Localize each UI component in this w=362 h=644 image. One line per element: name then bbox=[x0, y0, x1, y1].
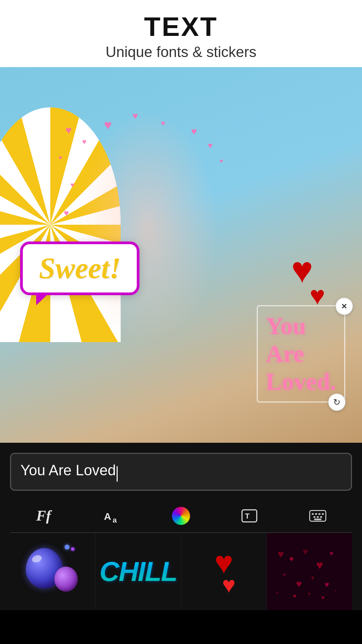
scatter-h2: ♥ bbox=[289, 555, 294, 564]
scatter-h12: ♥ bbox=[308, 591, 311, 597]
heart-deco-3: ♥ bbox=[59, 154, 62, 161]
scatter-h9: ♥ bbox=[324, 580, 329, 589]
balloon-dot-1 bbox=[65, 545, 69, 549]
svg-text:A: A bbox=[104, 511, 111, 522]
hearts-scatter-sticker-item[interactable]: ♥ ♥ ♥ ♥ ♥ ♥ ♥ ♥ ♥ ♥ ♥ ♥ ♥ ♥ bbox=[266, 533, 352, 610]
scatter-h4: ♥ bbox=[316, 558, 323, 572]
text-cursor bbox=[117, 466, 118, 482]
svg-rect-6 bbox=[312, 513, 314, 515]
scatter-h14: ♥ bbox=[335, 588, 337, 593]
balloon-dot-2 bbox=[71, 547, 74, 551]
rotate-overlay-button[interactable]: ↻ bbox=[328, 393, 346, 411]
svg-text:Ff: Ff bbox=[36, 507, 52, 524]
scatter-h6: ♥ bbox=[283, 572, 286, 579]
font-size-icon: A a bbox=[104, 507, 121, 525]
text-input-value: You Are Loved bbox=[20, 462, 116, 478]
scatter-h1: ♥ bbox=[278, 548, 284, 560]
svg-rect-10 bbox=[313, 516, 315, 518]
font-size-button[interactable]: A a bbox=[78, 507, 147, 525]
keyboard-button[interactable] bbox=[284, 507, 352, 525]
you-are-loved-text: YouAreLoved. bbox=[266, 312, 336, 395]
scatter-h3: ♥ bbox=[303, 546, 308, 557]
scatter-h7: ♥ bbox=[296, 578, 302, 590]
hearts-sticker-art: ♥ ♥ bbox=[212, 547, 235, 596]
bottom-panel: You Are Loved Ff A a T bbox=[0, 443, 362, 610]
svg-rect-12 bbox=[320, 516, 322, 518]
svg-rect-11 bbox=[317, 516, 319, 518]
svg-text:T: T bbox=[245, 512, 250, 520]
chill-sticker-item[interactable]: CHILL bbox=[95, 533, 181, 610]
sweet-sticker[interactable]: Sweet! bbox=[20, 241, 139, 295]
text-input-area[interactable]: You Are Loved bbox=[10, 453, 352, 491]
red-hearts-sticker-item[interactable]: ♥ ♥ bbox=[181, 533, 266, 610]
color-picker-button[interactable] bbox=[147, 507, 215, 525]
balloon-small-body bbox=[54, 567, 78, 592]
text-box-button[interactable]: T bbox=[215, 507, 284, 525]
balloon-sticker-art bbox=[26, 545, 79, 598]
sweet-bubble: Sweet! bbox=[20, 241, 139, 295]
keyboard-icon bbox=[309, 507, 326, 525]
text-toolbar: Ff A a T bbox=[10, 501, 352, 533]
heart-deco-1: ♥ bbox=[65, 124, 72, 137]
color-circle-icon bbox=[172, 507, 190, 525]
you-are-loved-overlay[interactable]: × YouAreLoved. ↻ bbox=[257, 305, 345, 402]
red-hearts-sticker[interactable]: ♥ ♥ bbox=[291, 252, 325, 309]
balloon-sticker-item[interactable] bbox=[10, 533, 95, 610]
scatter-h8: ♥ bbox=[311, 575, 314, 581]
close-overlay-button[interactable]: × bbox=[336, 298, 353, 315]
page-title: TEXT bbox=[7, 13, 355, 40]
balloon-shine bbox=[31, 554, 43, 564]
font-style-icon: Ff bbox=[36, 507, 53, 525]
scatter-h10: ♥ bbox=[276, 590, 279, 595]
scatter-h11: ♥ bbox=[293, 592, 297, 600]
svg-text:a: a bbox=[113, 516, 117, 524]
app-header: TEXT Unique fonts & stickers bbox=[0, 0, 362, 67]
text-box-icon: T bbox=[241, 507, 258, 525]
scatter-h13: ♥ bbox=[321, 594, 325, 601]
scatter-h5: ♥ bbox=[329, 550, 334, 557]
svg-rect-8 bbox=[318, 513, 320, 515]
font-style-button[interactable]: Ff bbox=[10, 507, 78, 525]
red-heart-small: ♥ bbox=[310, 282, 325, 309]
svg-rect-7 bbox=[315, 513, 317, 515]
hearts-scatter-art: ♥ ♥ ♥ ♥ ♥ ♥ ♥ ♥ ♥ ♥ ♥ ♥ ♥ ♥ bbox=[273, 541, 346, 602]
sweet-text: Sweet! bbox=[39, 252, 121, 284]
sticker-row: CHILL ♥ ♥ ♥ ♥ ♥ ♥ ♥ ♥ ♥ ♥ ♥ ♥ ♥ ♥ bbox=[10, 533, 352, 610]
chill-text-sticker: CHILL bbox=[100, 556, 177, 587]
svg-rect-13 bbox=[314, 519, 321, 520]
svg-rect-9 bbox=[322, 513, 324, 515]
heart-sticker-small: ♥ bbox=[222, 573, 235, 596]
page-subtitle: Unique fonts & stickers bbox=[7, 44, 355, 60]
photo-canvas[interactable]: ♥ ♥ ♥ ♥ ♥ ♥ ♥ ♥ ♥ ♥ ♥ Sweet! ♥ ♥ × YouAr… bbox=[0, 67, 362, 443]
